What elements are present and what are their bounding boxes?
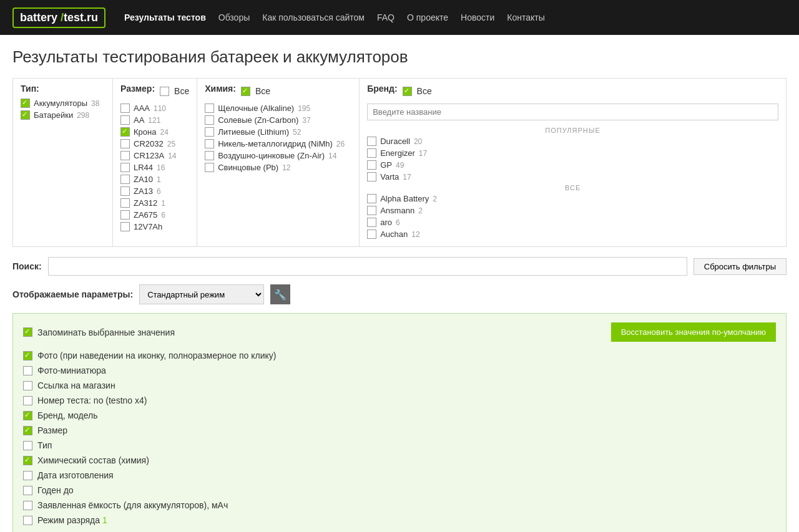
logo-testru: test.ru <box>64 11 98 24</box>
param-item-photo-thumb: Фото-миниатюра <box>23 365 776 375</box>
brand-all-checkbox[interactable] <box>403 87 412 96</box>
chemistry-checkbox-zncarbon[interactable] <box>205 115 214 125</box>
type-label-accumulators: Аккумуляторы <box>34 99 87 108</box>
size-checkbox-lr44[interactable] <box>120 163 130 172</box>
brand-item-aro: aro 6 <box>367 218 778 227</box>
brand-count-ansmann: 2 <box>418 206 423 215</box>
nav-results[interactable]: Результаты тестов <box>124 12 206 22</box>
chemistry-checkbox-pb[interactable] <box>205 163 214 172</box>
settings-button[interactable]: 🔧 <box>270 284 290 304</box>
size-item-cr2032: CR2032 25 <box>120 139 187 148</box>
size-label-aaa: AAA <box>134 104 150 113</box>
size-label-cr123a: CR123A <box>134 151 164 160</box>
brand-count-gp: 49 <box>396 161 404 170</box>
wrench-icon: 🔧 <box>274 289 287 301</box>
size-all-checkbox[interactable] <box>160 87 169 96</box>
filter-size-header: Размер: Все <box>120 84 189 99</box>
chemistry-checkbox-nimh[interactable] <box>205 139 214 148</box>
size-checkbox-cr123a[interactable] <box>120 151 130 160</box>
size-checkbox-za312[interactable] <box>120 198 130 208</box>
chemistry-checkbox-lithium[interactable] <box>205 127 214 137</box>
nav-contacts[interactable]: Контакты <box>507 12 544 22</box>
size-item-za312: ZA312 1 <box>120 198 187 208</box>
size-checkbox-aa[interactable] <box>120 115 130 125</box>
param-label-photo: Фото (при наведении на иконку, полноразм… <box>37 351 276 360</box>
size-count-za10: 1 <box>157 175 161 184</box>
search-label: Поиск: <box>12 261 42 271</box>
param-checkbox-brand-model[interactable] <box>23 411 32 420</box>
param-checkbox-type[interactable] <box>23 441 32 450</box>
size-all-label: Все <box>174 86 189 96</box>
size-item-lr44: LR44 16 <box>120 163 187 172</box>
brand-label-aro: aro <box>380 218 392 227</box>
chemistry-checkbox-znair[interactable] <box>205 151 214 160</box>
restore-defaults-button[interactable]: Восстановить значения по-умолчанию <box>611 322 776 342</box>
chemistry-item-pb: Свинцовые (Pb) 12 <box>205 163 351 172</box>
size-checkbox-12v7ah[interactable] <box>120 222 130 231</box>
nav-reviews[interactable]: Обзоры <box>218 12 250 22</box>
params-panel: Запоминать выбранные значения Восстанови… <box>12 313 787 532</box>
brand-checkbox-duracell[interactable] <box>367 137 376 146</box>
chemistry-all-checkbox[interactable] <box>241 87 250 96</box>
param-checkbox-discharge-mode[interactable] <box>23 516 32 525</box>
param-checkbox-capacity[interactable] <box>23 501 32 510</box>
param-checkbox-expiry[interactable] <box>23 486 32 495</box>
type-checkbox-accumulators[interactable] <box>21 99 30 108</box>
size-checkbox-krona[interactable] <box>120 127 130 137</box>
nav-news[interactable]: Новости <box>461 12 494 22</box>
reset-filters-button[interactable]: Сбросить фильтры <box>694 258 787 275</box>
param-checkbox-test-number[interactable] <box>23 396 32 405</box>
brand-list: ПОПУЛЯРНЫЕ Duracell 20 Energizer 17 GP 4… <box>367 124 778 241</box>
brand-checkbox-ansmann[interactable] <box>367 206 376 215</box>
brand-search-input[interactable] <box>367 104 778 120</box>
filter-type-label: Тип: <box>21 84 105 94</box>
chemistry-label-pb: Свинцовые (Pb) <box>218 163 278 172</box>
chemistry-count-znair: 14 <box>328 152 336 160</box>
param-checkbox-chemistry[interactable] <box>23 456 32 465</box>
param-checkbox-size[interactable] <box>23 426 32 435</box>
size-checkbox-aaa[interactable] <box>120 104 130 113</box>
page-title: Результаты тестирования батареек и аккум… <box>12 47 787 67</box>
size-checkbox-za10[interactable] <box>120 175 130 184</box>
size-checkbox-za675[interactable] <box>120 210 130 220</box>
nav-faq[interactable]: FAQ <box>377 12 395 22</box>
param-item-brand-model: Бренд, модель <box>23 410 776 420</box>
param-item-shop-link: Ссылка на магазин <box>23 380 776 390</box>
brand-checkbox-varta[interactable] <box>367 172 376 181</box>
brand-label-duracell: Duracell <box>380 137 410 146</box>
brand-all-section-label: ВСЕ <box>367 184 778 191</box>
brand-count-varta: 17 <box>403 173 411 181</box>
param-checkbox-shop-link[interactable] <box>23 381 32 390</box>
size-label-lr44: LR44 <box>134 163 153 172</box>
size-label-12v7ah: 12V7Ah <box>134 222 162 231</box>
chemistry-checkbox-alkaline[interactable] <box>205 104 214 113</box>
size-checkbox-cr2032[interactable] <box>120 139 130 148</box>
size-checkbox-za13[interactable] <box>120 186 130 196</box>
nav-about[interactable]: О проекте <box>407 12 448 22</box>
remember-checkbox[interactable] <box>23 327 32 337</box>
size-item-aaa: AAA 110 <box>120 104 187 113</box>
type-checkbox-batteries[interactable] <box>21 110 30 120</box>
param-label-brand-model: Бренд, модель <box>37 410 98 420</box>
brand-checkbox-auchan[interactable] <box>367 230 376 239</box>
param-checkbox-photo-thumb[interactable] <box>23 366 32 375</box>
nav-howto[interactable]: Как пользоваться сайтом <box>262 12 365 22</box>
brand-item-alphabattery: Alpha Battery 2 <box>367 194 778 203</box>
size-count-za13: 6 <box>157 187 161 196</box>
brand-label-varta: Varta <box>380 172 399 181</box>
display-mode-select[interactable]: Стандартный режим <box>139 284 264 304</box>
brand-checkbox-aro[interactable] <box>367 218 376 227</box>
param-checkbox-photo[interactable] <box>23 351 32 360</box>
chemistry-label-zncarbon: Солевые (Zn-Carbon) <box>218 115 298 125</box>
brand-checkbox-alphabattery[interactable] <box>367 194 376 203</box>
param-checkbox-manufacture-date[interactable] <box>23 471 32 480</box>
brand-checkbox-gp[interactable] <box>367 160 376 170</box>
param-item-type: Тип <box>23 440 776 450</box>
brand-checkbox-energizer[interactable] <box>367 148 376 158</box>
chemistry-count-pb: 12 <box>282 163 290 172</box>
size-item-za10: ZA10 1 <box>120 175 187 184</box>
param-label-manufacture-date: Дата изготовления <box>37 470 114 480</box>
param-item-test-number: Номер теста: no (testno x4) <box>23 395 776 405</box>
logo[interactable]: battery /test.ru <box>12 7 105 28</box>
search-input[interactable] <box>48 257 687 276</box>
